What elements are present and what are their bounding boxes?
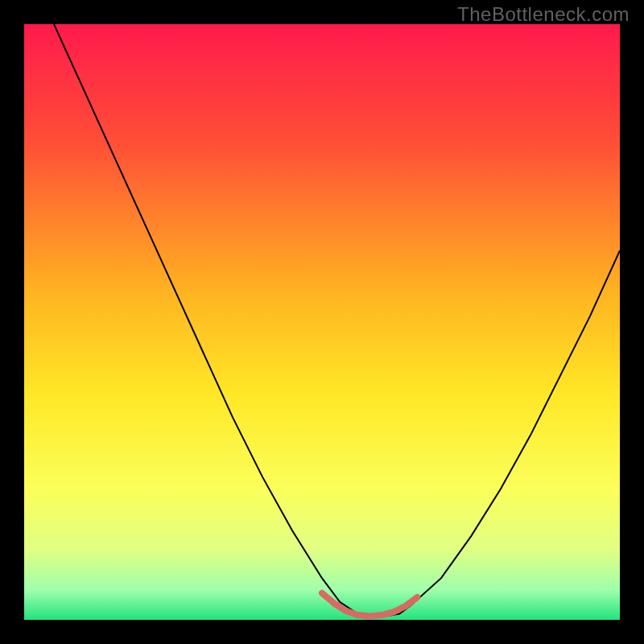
chart-svg (24, 24, 620, 620)
watermark-text: TheBottleneck.com (457, 3, 630, 26)
plot-area (24, 24, 620, 620)
chart-frame: TheBottleneck.com (0, 0, 644, 644)
gradient-rect (24, 24, 620, 620)
